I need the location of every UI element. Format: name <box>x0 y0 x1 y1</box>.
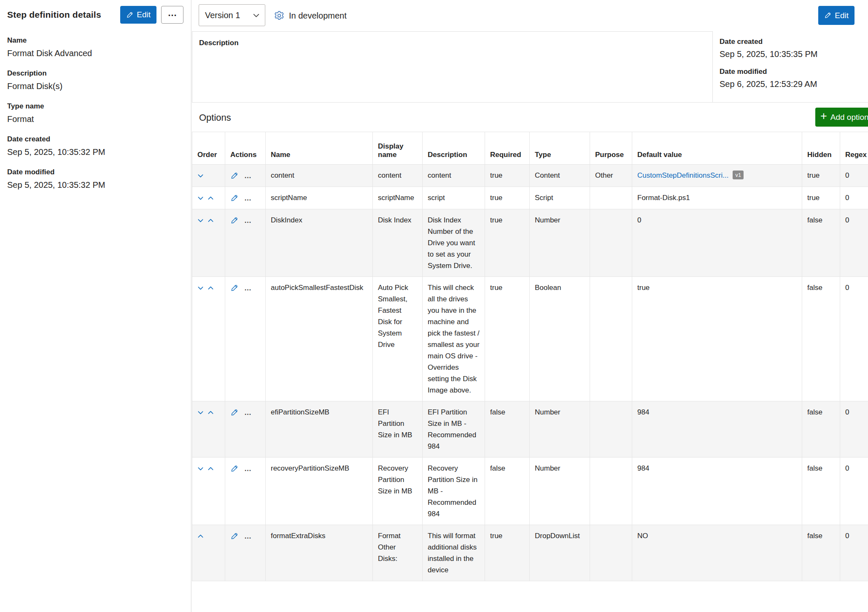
status-badge: In development <box>289 11 347 21</box>
column-header-order: Order <box>192 132 225 165</box>
edit-pencil-icon[interactable] <box>230 172 238 180</box>
app-root: Step definition details Edit … Name Form… <box>0 0 868 612</box>
detail-field: Type name Format <box>7 102 183 124</box>
actions-cell: … <box>225 209 266 277</box>
order-cell <box>192 165 225 187</box>
row-more-options-icon[interactable]: … <box>244 217 252 225</box>
option-regex: 0 <box>840 525 868 581</box>
option-required: false <box>485 401 530 458</box>
edit-pencil-icon[interactable] <box>230 194 238 202</box>
options-section: Options + Add option OrderActionsNameDis… <box>192 103 868 581</box>
row-more-options-icon[interactable]: … <box>244 465 252 473</box>
edit-pencil-icon[interactable] <box>230 532 238 540</box>
column-header-default-value: Default value <box>632 132 802 165</box>
option-display-name: EFI Partition Size in MB <box>373 401 423 458</box>
row-more-options-icon[interactable]: … <box>244 284 252 292</box>
column-header-actions: Actions <box>225 132 266 165</box>
option-regex: 0 <box>840 277 868 401</box>
version-summary-row: Description Date created Sep 5, 2025, 10… <box>192 31 868 103</box>
option-default-value: 984 <box>632 458 802 525</box>
row-more-options-icon[interactable]: … <box>244 194 252 202</box>
option-name: autoPickSmallestFastestDisk <box>266 277 373 401</box>
option-regex: 0 <box>840 458 868 525</box>
option-row: … formatExtraDisks Format Other Disks: T… <box>192 525 868 581</box>
option-required: true <box>485 277 530 401</box>
chevron-down-icon[interactable] <box>197 409 204 416</box>
option-required: true <box>485 187 530 209</box>
version-selector[interactable]: Version 1 <box>199 4 265 26</box>
option-name: efiPartitionSizeMB <box>266 401 373 458</box>
chevron-down-icon[interactable] <box>197 217 204 224</box>
chevron-down-icon[interactable] <box>197 173 204 179</box>
more-options-button[interactable]: … <box>161 6 183 24</box>
option-row: … autoPickSmallestFastestDisk Auto Pick … <box>192 277 868 401</box>
edit-pencil-icon[interactable] <box>230 217 238 225</box>
field-value: Format Disk Advanced <box>7 49 183 58</box>
chevron-down-icon[interactable] <box>197 466 204 472</box>
chevron-up-icon[interactable] <box>208 217 214 224</box>
status-group: In development <box>274 0 347 31</box>
option-regex: 0 <box>840 187 868 209</box>
option-default-value: 0 <box>632 209 802 277</box>
row-more-options-icon[interactable]: … <box>244 172 252 180</box>
description-label: Description <box>199 39 706 47</box>
column-header-required: Required <box>485 132 530 165</box>
option-default-value: true <box>632 277 802 401</box>
edit-step-definition-button[interactable]: Edit <box>120 6 156 24</box>
gear-icon <box>274 10 285 21</box>
add-option-button[interactable]: + Add option <box>815 108 868 127</box>
chevron-up-icon[interactable] <box>197 533 204 539</box>
version-badge: v1 <box>733 171 744 179</box>
order-cell <box>192 458 225 525</box>
column-header-hidden: Hidden <box>802 132 840 165</box>
row-more-options-icon[interactable]: … <box>244 532 252 540</box>
version-toolbar: Version 1 In development Edit <box>192 0 868 31</box>
option-default-value: 984 <box>632 401 802 458</box>
row-more-options-icon[interactable]: … <box>244 409 252 417</box>
column-header-type: Type <box>530 132 590 165</box>
default-value-link[interactable]: CustomStepDefinitionsScri... <box>637 171 728 179</box>
option-description: This will format additional disks instal… <box>423 525 485 581</box>
option-purpose <box>590 277 632 401</box>
chevron-down-icon <box>253 12 260 19</box>
option-description: This will check all the drives you have … <box>423 277 485 401</box>
option-name: content <box>266 165 373 187</box>
edit-pencil-icon[interactable] <box>230 284 238 292</box>
option-type: Content <box>530 165 590 187</box>
option-row: … content content content true Content O… <box>192 165 868 187</box>
chevron-up-icon[interactable] <box>208 466 214 472</box>
option-default-value: Format-Disk.ps1 <box>632 187 802 209</box>
option-type: Script <box>530 187 590 209</box>
option-required: true <box>485 165 530 187</box>
chevron-up-icon[interactable] <box>208 285 214 291</box>
column-header-regex: Regex <box>840 132 868 165</box>
order-cell <box>192 401 225 458</box>
options-table-header-row: OrderActionsNameDisplay nameDescriptionR… <box>192 132 868 165</box>
option-purpose <box>590 209 632 277</box>
option-display-name: Recovery Partition Size in MB <box>373 458 423 525</box>
edit-version-button[interactable]: Edit <box>818 6 855 25</box>
option-row: … efiPartitionSizeMB EFI Partition Size … <box>192 401 868 458</box>
column-header-name: Name <box>266 132 373 165</box>
edit-pencil-icon[interactable] <box>230 409 238 417</box>
field-label: Date created <box>7 135 183 144</box>
chevron-down-icon[interactable] <box>197 195 204 201</box>
panel-header: Step definition details Edit … <box>0 0 191 24</box>
chevron-up-icon[interactable] <box>208 409 214 416</box>
option-purpose <box>590 187 632 209</box>
version-panel: Version 1 In development Edit <box>192 0 868 612</box>
field-label: Type name <box>7 102 183 111</box>
option-row: … DiskIndex Disk Index Disk Index Number… <box>192 209 868 277</box>
actions-cell: … <box>225 165 266 187</box>
version-selector-value: Version 1 <box>205 11 240 20</box>
option-purpose <box>590 401 632 458</box>
edit-pencil-icon[interactable] <box>230 465 238 473</box>
option-purpose <box>590 525 632 581</box>
option-description: Recovery Partition Size in MB - Recommen… <box>423 458 485 525</box>
option-row: … scriptName scriptName script true Scri… <box>192 187 868 209</box>
actions-cell: … <box>225 401 266 458</box>
option-type: Number <box>530 401 590 458</box>
chevron-down-icon[interactable] <box>197 285 204 291</box>
chevron-up-icon[interactable] <box>208 195 214 201</box>
option-required: false <box>485 458 530 525</box>
